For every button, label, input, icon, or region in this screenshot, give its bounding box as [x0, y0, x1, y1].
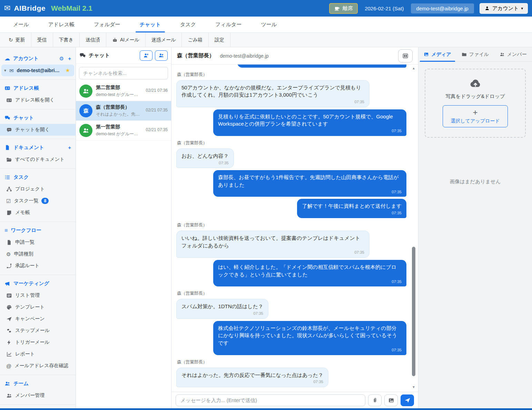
- plus-icon[interactable]: +: [68, 145, 71, 150]
- message-text: 株式会社テクノソリューションズの鈴木部長が、メールセキュリティの部分にかなり興味…: [218, 325, 397, 346]
- channel-preview: demo-test がグループ「…: [96, 92, 142, 98]
- nav-tab[interactable]: チャット: [130, 17, 170, 32]
- toolbar-item[interactable]: AIメール: [106, 33, 146, 47]
- star-icon[interactable]: ★: [66, 67, 70, 74]
- image-icon: [424, 52, 429, 57]
- sidebar-item[interactable]: アドレス帳を開く: [0, 94, 76, 106]
- chat-title: 森（営業部長）: [177, 52, 215, 59]
- sidebar-section-label: アドレス帳: [13, 85, 39, 91]
- sidebar-section-header[interactable]: アドレス帳: [0, 82, 76, 94]
- panel-toggle-button[interactable]: [398, 49, 413, 62]
- nav-tab[interactable]: ツール: [251, 17, 286, 32]
- sidebar-section-header[interactable]: ≡ワークフロー: [0, 224, 76, 236]
- channel-action-button[interactable]: [140, 50, 152, 61]
- sidebar-item[interactable]: レポート: [0, 348, 76, 360]
- sidebar-section-header[interactable]: チーム: [0, 378, 76, 390]
- away-status-button[interactable]: 離席: [329, 3, 358, 14]
- sidebar-section-label: タスク: [13, 174, 29, 180]
- send-button[interactable]: [401, 394, 414, 406]
- channel-search-input[interactable]: [79, 67, 168, 79]
- channel-action-button[interactable]: [155, 50, 168, 61]
- nav-tab[interactable]: フィルター: [206, 17, 251, 32]
- scroll-down-icon[interactable]: ▼: [412, 385, 415, 389]
- cloud-icon: ☁: [4, 56, 10, 61]
- gear-icon[interactable]: ⚙: [59, 56, 64, 61]
- message-row: スパム対策か。1DTNの話はした？07:35: [176, 299, 406, 319]
- sidebar-section-header[interactable]: タスク: [0, 171, 76, 183]
- sidebar-item[interactable]: 承認ルート: [0, 260, 76, 272]
- sidebar-item[interactable]: メンバー管理: [0, 390, 76, 401]
- message-text: おお、どんな内容？: [181, 153, 229, 159]
- toolbar-item[interactable]: 受信: [31, 33, 53, 47]
- scroll-up-icon[interactable]: ▲: [412, 67, 415, 70]
- robot-icon: [112, 37, 118, 43]
- sidebar-item[interactable]: ⚙申請種別: [0, 248, 76, 260]
- right-panel-tab[interactable]: ファイル: [456, 47, 494, 61]
- caret-down-icon: ▾: [521, 6, 523, 11]
- sidebar-item[interactable]: @メールアドレス存在確認: [0, 360, 76, 372]
- upload-dropzone[interactable]: 写真をドラッグ&ドロップ + 選択してアップロード: [425, 69, 526, 138]
- sidebar-item[interactable]: 申請一覧: [0, 236, 76, 248]
- sidebar-section-label: チーム: [13, 380, 29, 387]
- sidebar-item[interactable]: テンプレート: [0, 301, 76, 313]
- sidebar-item[interactable]: リスト管理: [0, 290, 76, 301]
- sidebar-item[interactable]: すべてのドキュメント: [0, 154, 76, 165]
- channel-panel: チャット 第二営業部demo-test がグループ「…02/21 07:36森森…: [76, 47, 171, 408]
- channel-time: 02/21 07:35: [146, 108, 168, 113]
- sidebar-item[interactable]: ▾✉demo-test@aibri…★: [1, 65, 74, 76]
- scrollbar-track[interactable]: [412, 70, 416, 385]
- nav-tab[interactable]: メール: [3, 17, 39, 32]
- app-root: ✉ AIBridge WebMail 2.1 離席 2026-02-21 (Sa…: [0, 0, 532, 410]
- nav-tab-label: フィルター: [215, 21, 242, 28]
- toolbar-item[interactable]: 設定: [209, 33, 230, 47]
- toolbar-item[interactable]: 下書き: [53, 33, 80, 47]
- sidebar-section-header[interactable]: ドキュメント+: [0, 141, 76, 154]
- sidebar-item[interactable]: プロジェクト: [0, 183, 76, 195]
- message-input[interactable]: [176, 394, 365, 406]
- right-panel-tab[interactable]: メンバー: [494, 47, 532, 61]
- chat-area: 森（営業部長） demo-test@aibridge.jp 07:35了解です。…: [171, 47, 418, 408]
- sidebar-item[interactable]: メモ帳: [0, 207, 76, 218]
- scrollbar-thumb[interactable]: [412, 247, 415, 376]
- image-button[interactable]: [384, 394, 398, 406]
- list-box-icon: [6, 293, 12, 299]
- at-icon: @: [6, 363, 11, 369]
- channel-item[interactable]: 第二営業部demo-test がグループ「…02/21 07:36: [76, 81, 171, 101]
- sidebar-item[interactable]: ステップメール: [0, 325, 76, 336]
- sidebar-section-header[interactable]: ☁アカウント⚙+: [0, 52, 76, 65]
- account-menu-button[interactable]: アカウント ▾: [480, 3, 528, 14]
- nav-tab[interactable]: アドレス帳: [39, 17, 84, 32]
- channel-item[interactable]: 第一営業部demo-test がグループ「…02/21 07:35: [76, 121, 171, 140]
- sidebar-item[interactable]: ☑タスク一覧8: [0, 195, 76, 207]
- message-list[interactable]: 07:35了解です。Google Workspace併用のオプション費用も含めま…: [171, 65, 418, 392]
- nav-tab[interactable]: フォルダー: [84, 17, 130, 32]
- right-panel-tab[interactable]: メディア: [418, 47, 456, 61]
- message-scrollbar[interactable]: ▲ ▼: [411, 67, 416, 389]
- sidebar-section-header[interactable]: マーケティング: [0, 277, 76, 290]
- toolbar-item[interactable]: ごみ箱: [182, 33, 209, 47]
- chat-subtitle: demo-test@aibridge.jp: [220, 53, 269, 59]
- refresh-icon: ↻: [9, 37, 13, 42]
- sidebar-section-header[interactable]: チャット: [0, 112, 76, 124]
- sidebar-item[interactable]: チャットを開く: [0, 124, 76, 136]
- message-row: 了解です。Google Workspace併用のオプション費用も含めますか？07…: [176, 65, 406, 68]
- sidebar-item[interactable]: トリガーメール: [0, 336, 76, 348]
- toolbar-item[interactable]: 迷惑メール: [146, 33, 182, 47]
- message-time: 07:35: [242, 65, 402, 66]
- sidebar-item[interactable]: キャンペーン: [0, 313, 76, 325]
- plus-icon[interactable]: +: [68, 56, 71, 61]
- toolbar-item[interactable]: ↻更新: [3, 33, 31, 47]
- message-bubble: それはよかった。先方の反応で一番気になった点はあった？07:35: [176, 368, 328, 387]
- upload-select-button[interactable]: + 選択してアップロード: [443, 105, 508, 127]
- folder-open-icon: [6, 157, 12, 163]
- clip-button[interactable]: [368, 394, 382, 406]
- message-bubble: 了解です。Google Workspace併用のオプション費用も含めますか？07…: [237, 65, 406, 68]
- toolbar-item[interactable]: 送信済: [80, 33, 106, 47]
- message-text: それはよかった。先方の反応で一番気になった点はあった？: [181, 372, 323, 378]
- product-name: WebMail 2.1: [51, 4, 92, 12]
- channel-avatar: [79, 124, 92, 137]
- channel-item[interactable]: 森森（営業部長）それはよかった。先方の…02/21 07:35: [76, 101, 171, 121]
- nav-tab[interactable]: タスク: [170, 17, 206, 32]
- media-empty-text: 画像はまだありません: [418, 178, 532, 185]
- users-icon: [4, 381, 10, 387]
